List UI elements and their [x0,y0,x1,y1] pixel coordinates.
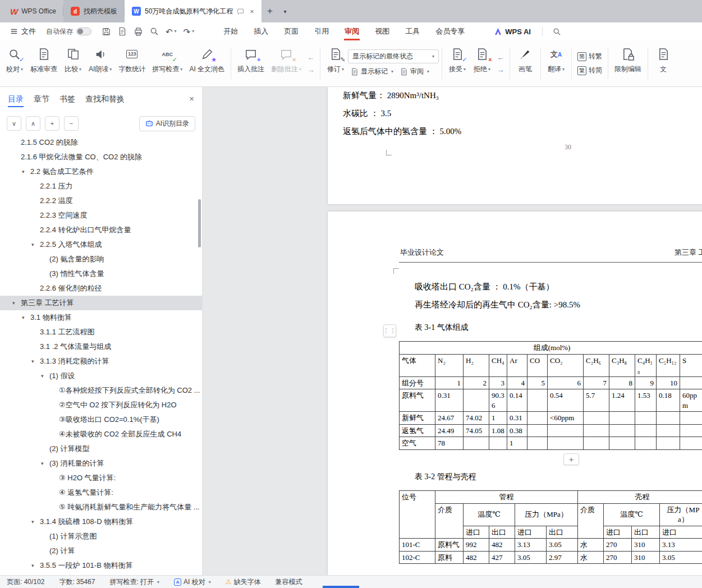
column-header-cell[interactable]: 气体 [400,354,435,376]
toc-item[interactable]: ③吸收塔出口 CO2=0.1%(干基) [0,412,202,427]
table-cell[interactable]: 原料气 [435,539,464,552]
table-header-cell[interactable]: 管程 [435,491,578,504]
toc-item[interactable]: ⑤ 吨氨消耗新鲜气量和生产能力将气体量 ... [0,500,202,514]
toc-item[interactable]: 2.1.5 CO2 的脱除 [0,135,202,150]
proofread-button[interactable]: ✓ 校对▾ [2,43,27,84]
table-cell[interactable] [657,424,680,437]
export-button[interactable] [118,27,127,36]
table-header-cell[interactable]: 出口 [632,526,660,539]
toc-item[interactable]: (1) 计算示意图 [0,529,202,544]
table-cell[interactable]: 24.49 [435,424,464,437]
simplified-to-traditional-button[interactable]: 简 转繁 [575,50,605,62]
toc-item[interactable]: ▾3.1.3 消耗定额的计算 [0,354,202,369]
redo-button[interactable]: ↷▾ [183,27,195,36]
undo-caret-icon[interactable]: ▾ [175,29,177,34]
table-cell[interactable]: 90.36 [489,389,507,412]
dropdown-caret-icon[interactable]: ▾ [427,69,429,74]
column-header-cell[interactable]: CO₂ [548,354,584,376]
dropdown-caret-icon[interactable]: ▾ [342,67,344,72]
table-title-cell[interactable]: 组成(mol%) [400,342,702,355]
menu-tab-page[interactable]: 页面 [276,22,306,40]
markup-state-select[interactable]: 显示标记的最终状态 ▾ [348,49,439,63]
doc-text-line[interactable]: 新鲜气量： 2890Nm³/tNH₃ [343,90,439,101]
expand-all-button[interactable]: ∨ [7,116,21,131]
collapse-toggle-icon[interactable]: ▾ [12,300,21,306]
collapse-toggle-icon[interactable]: ▾ [41,461,49,466]
toc-item[interactable]: ▾2.2.5 入塔气体组成 [0,237,202,252]
menu-tab-start[interactable]: 开始 [215,22,246,40]
toc-item[interactable]: ▾2.2 氨合成工艺条件 [0,164,202,179]
toc-item[interactable]: 2.2.3 空间速度 [0,208,202,223]
toc-item[interactable]: 3.1.1 工艺流程图 [0,325,202,339]
demote-button[interactable]: − [64,116,79,131]
table-cell[interactable]: 310 [632,539,660,552]
collapse-toggle-icon[interactable]: ▾ [31,359,40,364]
table-cell[interactable]: 74.05 [464,424,489,437]
document-page-30[interactable]: 新鲜气量： 2890Nm³/tNH₃ 水碳比 ： 3.5 返氢后气体中的氢含量 … [328,87,702,204]
ai-recognize-toc-button[interactable]: AI识别目录 [139,116,195,131]
toc-item[interactable]: ▾3.5.5 一段炉 101-B 物料衡算 [0,558,202,573]
missing-font-warning[interactable]: ⚠缺失字体 [226,577,261,587]
table-cell[interactable]: 427 [489,551,515,564]
table-cell[interactable]: 3.05 [515,551,547,564]
table-cell[interactable]: 0.14 [507,389,527,412]
search-button[interactable] [547,27,567,36]
collapse-toggle-icon[interactable]: ▾ [31,563,40,568]
table-cell[interactable]: 新鲜气 [400,412,435,425]
reject-button[interactable]: × 拒绝▾ [470,43,494,84]
toc-item[interactable]: ③ H2O 气量计算: [0,471,202,485]
toc-item[interactable]: ▾第三章 工艺计算 [0,296,202,310]
table-cell[interactable]: 9 [635,376,657,389]
column-header-cell[interactable]: H₂ [464,354,489,376]
close-tab-icon[interactable]: × [250,7,254,16]
collapse-all-button[interactable]: ∧ [26,116,40,131]
toc-item[interactable]: 2.2.6 催化剂的粒径 [0,281,202,296]
table-cell[interactable]: 1 [507,437,527,450]
table-header-cell[interactable]: 进口 [604,526,632,539]
column-header-cell[interactable]: N₂ [435,354,464,376]
column-header-cell[interactable]: CO [527,354,548,376]
table-cell[interactable] [527,437,548,450]
document-canvas[interactable]: 新鲜气量： 2890Nm³/tNH₃ 水碳比 ： 3.5 返氢后气体中的氢含量 … [203,87,702,575]
menu-tab-review[interactable]: 审阅 [337,22,367,40]
word-count-indicator[interactable]: 字数: 35467 [59,577,95,587]
table-header-cell[interactable]: 温度℃ [464,503,515,526]
column-header-cell[interactable]: S [680,354,702,376]
tube-shell-table[interactable]: 位号 管程 壳程 介质 温度℃ 压力（MPa） 介质 温度℃ 压力（MPa） 进… [399,490,702,564]
table-cell[interactable]: 1 [489,412,507,425]
table-cell[interactable]: 0.38 [507,424,527,437]
undo-button[interactable]: ↶▾ [166,27,177,36]
menu-tab-member[interactable]: 会员专享 [428,22,472,40]
menu-tab-tools[interactable]: 工具 [397,22,428,40]
restrict-editing-button[interactable]: 限制编辑 [611,43,645,84]
dropdown-caret-icon[interactable]: ▾ [79,67,81,72]
column-header-cell[interactable]: C₅H₁₂ [657,354,680,376]
table-cell[interactable] [584,437,609,450]
table-header-cell[interactable]: 出口 [489,526,515,539]
dropdown-caret-icon[interactable]: ▾ [109,67,112,72]
dropdown-caret-icon[interactable]: ▾ [180,67,182,72]
show-markup-button[interactable]: 显示标记 ▾ [348,66,396,77]
table-header-cell[interactable]: 壳程 [578,491,702,504]
close-pane-icon[interactable]: × [189,94,194,103]
menu-tab-insert[interactable]: 插入 [246,22,276,40]
save-button[interactable] [102,27,111,36]
toc-item[interactable]: 2.1.6 甲烷化法微量 CO、CO2 的脱除 [0,150,202,164]
toc-item[interactable]: 3.1 .2 气体流量与组成 [0,339,202,354]
table-cell[interactable]: 2 [464,376,489,389]
table-cell[interactable] [657,437,680,450]
table-cell[interactable]: 1.53 [635,389,657,412]
table-cell[interactable] [657,412,680,425]
table-cell[interactable] [635,424,657,437]
menu-tab-reference[interactable]: 引用 [306,22,337,40]
spellcheck-indicator[interactable]: 拼写检查: 打开▾ [109,577,159,587]
dropdown-caret-icon[interactable]: ▾ [562,67,565,72]
table-cell[interactable]: 组分号 [400,376,435,389]
dropdown-caret-icon[interactable]: ▾ [488,67,490,72]
collapse-toggle-icon[interactable]: ▾ [22,169,30,174]
traditional-to-simplified-button[interactable]: 繁 转简 [575,65,605,76]
table-cell[interactable] [548,437,584,450]
table-cell[interactable] [527,389,548,412]
table-cell[interactable] [464,437,489,450]
table-cell[interactable] [680,437,702,450]
